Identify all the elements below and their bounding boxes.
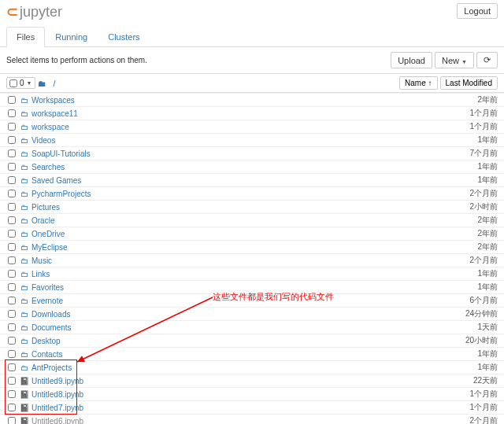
notebook-icon: 📓 <box>19 377 30 385</box>
item-modified: 2年前 <box>477 228 498 239</box>
list-item: 🗀Searches1年前 <box>0 160 504 174</box>
folder-icon: 🗀 <box>19 149 30 158</box>
folder-icon: 🗀 <box>19 203 30 212</box>
notebook-icon: 📓 <box>19 417 30 425</box>
item-modified: 2个月前 <box>469 188 498 199</box>
item-name[interactable]: Workspaces <box>32 96 75 105</box>
item-name[interactable]: Untitled9.ipynb <box>32 377 83 385</box>
item-name[interactable]: workspace <box>32 123 69 131</box>
row-checkbox[interactable] <box>8 109 16 117</box>
item-name[interactable]: Videos <box>32 136 55 145</box>
modified-column[interactable]: Last Modified <box>440 76 498 90</box>
tab-files[interactable]: Files <box>6 27 45 47</box>
row-checkbox[interactable] <box>8 337 16 345</box>
row-checkbox[interactable] <box>8 163 16 171</box>
row-checkbox[interactable] <box>8 243 16 251</box>
row-checkbox[interactable] <box>8 350 16 358</box>
item-modified: 22天前 <box>473 375 498 386</box>
folder-icon: 🗀 <box>19 176 30 185</box>
folder-icon: 🗀 <box>19 283 30 292</box>
logo-text: jupyter <box>20 4 62 20</box>
refresh-button[interactable]: ⟳ <box>476 52 498 68</box>
select-all[interactable]: 0 ▼ <box>6 77 35 89</box>
row-checkbox[interactable] <box>8 377 16 385</box>
row-checkbox[interactable] <box>8 149 16 157</box>
item-name[interactable]: PycharmProjects <box>32 190 91 198</box>
item-modified: 1个月前 <box>469 108 498 119</box>
row-checkbox[interactable] <box>8 363 16 371</box>
row-checkbox[interactable] <box>8 417 16 424</box>
list-item: 🗀Desktop20小时前 <box>0 334 504 348</box>
list-item: 🗀MyEclipse2年前 <box>0 241 504 254</box>
item-name[interactable]: Desktop <box>32 337 61 345</box>
row-checkbox[interactable] <box>8 230 16 238</box>
new-button[interactable]: New ▼ <box>435 52 474 68</box>
tab-clusters[interactable]: Clusters <box>98 27 150 47</box>
row-checkbox[interactable] <box>8 136 16 144</box>
list-item: 📓Untitled8.ipynb1个月前 <box>0 388 504 401</box>
item-name[interactable]: Untitled6.ipynb <box>32 417 83 425</box>
item-modified: 2小时前 <box>469 201 498 212</box>
list-item: 🗀PycharmProjects2个月前 <box>0 187 504 201</box>
item-name[interactable]: Untitled8.ipynb <box>32 390 83 399</box>
item-name[interactable]: Untitled7.ipynb <box>32 404 83 412</box>
folder-icon: 🖿 <box>38 79 46 88</box>
folder-icon: 🗀 <box>19 350 30 359</box>
row-checkbox[interactable] <box>8 176 16 184</box>
item-name[interactable]: Oracle <box>32 216 54 225</box>
item-name[interactable]: Favorites <box>32 283 64 292</box>
row-checkbox[interactable] <box>8 310 16 318</box>
row-checkbox[interactable] <box>8 123 16 131</box>
row-checkbox[interactable] <box>8 270 16 278</box>
item-name[interactable]: AntProjects <box>32 363 72 372</box>
row-checkbox[interactable] <box>8 283 16 291</box>
tab-running[interactable]: Running <box>45 27 98 47</box>
list-item: 🗀Music2个月前 <box>0 254 504 267</box>
row-checkbox[interactable] <box>8 216 16 224</box>
chevron-down-icon: ▼ <box>27 80 32 86</box>
item-modified: 1年前 <box>477 135 498 146</box>
upload-button[interactable]: Upload <box>391 52 432 68</box>
list-item: 🗀Saved Games1年前 <box>0 174 504 187</box>
folder-icon: 🗀 <box>19 363 30 372</box>
item-name[interactable]: MyEclipse <box>32 243 68 252</box>
item-name[interactable]: Evernote <box>32 297 63 305</box>
item-name[interactable]: Downloads <box>32 310 70 319</box>
logo[interactable]: ⊂ jupyter <box>6 3 62 20</box>
item-name[interactable]: OneDrive <box>32 230 65 238</box>
item-name[interactable]: Searches <box>32 163 65 171</box>
item-modified: 1年前 <box>477 175 498 186</box>
list-item: 🗀Favorites1年前 <box>0 281 504 294</box>
select-all-checkbox[interactable] <box>9 79 17 87</box>
chevron-down-icon: ▼ <box>461 59 467 65</box>
item-modified: 1年前 <box>477 268 498 279</box>
name-column[interactable]: Name ↑ <box>399 76 437 90</box>
row-checkbox[interactable] <box>8 390 16 398</box>
item-name[interactable]: Documents <box>32 323 72 332</box>
row-checkbox[interactable] <box>8 404 16 411</box>
row-checkbox[interactable] <box>8 256 16 264</box>
row-checkbox[interactable] <box>8 297 16 304</box>
item-name[interactable]: Saved Games <box>32 176 81 185</box>
list-item: 📓Untitled6.ipynb2个月前 <box>0 415 504 424</box>
item-name[interactable]: Pictures <box>32 203 60 212</box>
breadcrumb[interactable]: / <box>54 79 56 88</box>
item-name[interactable]: Contacts <box>32 350 62 359</box>
item-modified: 1个月前 <box>469 121 498 132</box>
list-item: 🗀Documents1天前 <box>0 321 504 334</box>
row-checkbox[interactable] <box>8 190 16 197</box>
logout-button[interactable]: Logout <box>457 3 498 19</box>
list-item: 🗀SoapUI-Tutorials7个月前 <box>0 147 504 160</box>
notebook-icon: 📓 <box>19 404 30 412</box>
list-item: 🗀Links1年前 <box>0 267 504 281</box>
row-checkbox[interactable] <box>8 203 16 211</box>
item-name[interactable]: Music <box>32 256 52 265</box>
item-name[interactable]: SoapUI-Tutorials <box>32 149 91 158</box>
row-checkbox[interactable] <box>8 323 16 331</box>
item-name[interactable]: workspace11 <box>32 109 78 118</box>
folder-icon: 🗀 <box>19 310 30 319</box>
item-modified: 1年前 <box>477 161 498 172</box>
row-checkbox[interactable] <box>8 96 16 104</box>
item-name[interactable]: Links <box>32 270 50 278</box>
list-item: 🗀Downloads24分钟前 <box>0 308 504 321</box>
